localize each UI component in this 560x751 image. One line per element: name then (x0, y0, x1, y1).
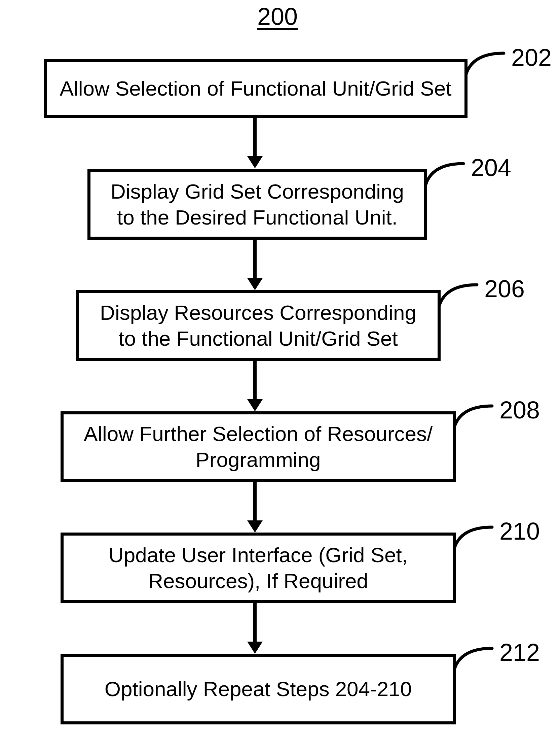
ref-num-206: 206 (484, 275, 525, 303)
arrow-1 (247, 118, 263, 168)
step-box-212: Optionally Repeat Steps 204-210 (61, 654, 456, 725)
leader-210 (452, 524, 495, 552)
ref-num-212: 212 (499, 639, 540, 666)
step-text: Allow Selection of Functional Unit/Grid … (60, 75, 452, 102)
leader-206 (437, 282, 480, 309)
step-text: Update User Interface (Grid Set, Resourc… (74, 542, 443, 594)
ref-num-202: 202 (511, 44, 552, 71)
ref-num-204: 204 (471, 154, 511, 181)
leader-202 (463, 51, 507, 77)
step-text: Display Grid Set Corresponding to the De… (101, 178, 414, 231)
step-box-202: Allow Selection of Functional Unit/Grid … (44, 59, 467, 118)
ref-num-208: 208 (499, 396, 540, 424)
step-box-206: Display Resources Corresponding to the F… (76, 290, 441, 361)
step-text: Optionally Repeat Steps 204-210 (105, 676, 412, 702)
step-text: Display Resources Corresponding to the F… (89, 300, 427, 352)
flowchart-canvas: 200 Allow Selection of Functional Unit/G… (0, 0, 560, 751)
leader-204 (423, 161, 467, 188)
leader-212 (452, 646, 495, 673)
step-text: Allow Further Selection of Resources/ Pr… (74, 421, 443, 473)
arrow-5 (247, 603, 263, 654)
ref-num-210: 210 (499, 517, 540, 545)
leader-208 (452, 403, 495, 430)
step-box-208: Allow Further Selection of Resources/ Pr… (61, 411, 456, 482)
arrow-2 (247, 240, 263, 290)
arrow-3 (247, 361, 263, 411)
step-box-204: Display Grid Set Corresponding to the De… (87, 169, 427, 240)
step-box-210: Update User Interface (Grid Set, Resourc… (61, 533, 456, 603)
arrow-4 (247, 482, 263, 533)
figure-title: 200 (236, 3, 320, 30)
